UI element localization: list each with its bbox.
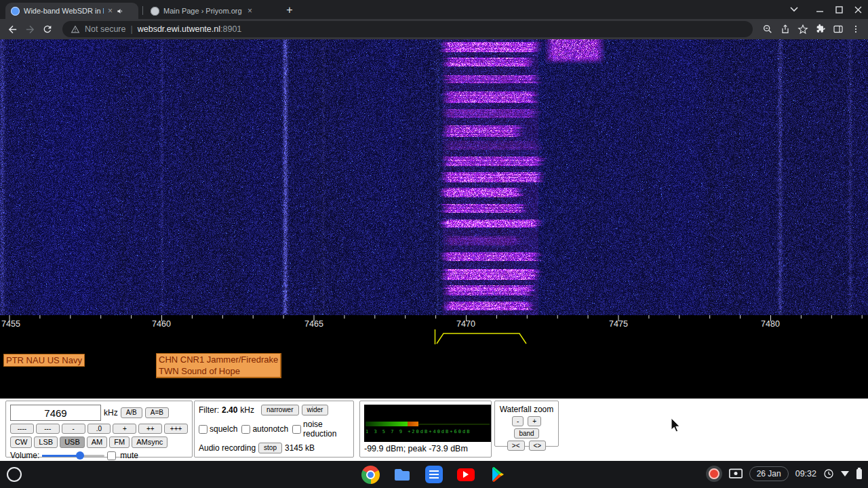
shelf-app-icons xyxy=(361,465,507,484)
tab-strip: Wide-band WebSDR in Ensch × Main Page › … xyxy=(0,0,868,19)
waterfall-display[interactable] xyxy=(0,39,868,315)
a-equals-b-button[interactable]: A=B xyxy=(145,407,169,418)
mute-checkbox[interactable] xyxy=(107,451,116,460)
wider-button[interactable]: wider xyxy=(302,405,329,415)
station-label-text: CHN CNR1 Jammer/Firedrake xyxy=(159,354,278,365)
step-up-2-button[interactable]: ++ xyxy=(138,424,162,434)
chromeos-shelf: 26 Jan 09:32 xyxy=(0,461,868,488)
noise-reduction-checkbox[interactable] xyxy=(292,425,301,434)
smeter-baseline xyxy=(418,424,490,425)
date-badge[interactable]: 26 Jan xyxy=(749,466,789,481)
ab-button[interactable]: A/B xyxy=(121,407,142,418)
squelch-label: squelch xyxy=(210,424,237,434)
extensions-puzzle-icon[interactable] xyxy=(812,21,829,37)
smeter-peak-bar xyxy=(408,422,418,426)
frequency-ticks xyxy=(0,315,868,323)
waterfall-zoom-title: Waterfall zoom xyxy=(500,405,554,414)
tab-divider xyxy=(142,6,143,15)
tab-audio-speaker-icon[interactable] xyxy=(117,7,124,15)
frequency-input[interactable] xyxy=(10,405,101,421)
filter-unit-label: kHz xyxy=(240,405,254,415)
mode-amsync-button[interactable]: AMsync xyxy=(132,436,167,448)
tab-close-icon[interactable]: × xyxy=(248,6,252,16)
websdr-favicon-globe-icon xyxy=(11,7,20,16)
smeter-reading-text: -99.9 dBm; peak -73.9 dBm xyxy=(364,444,487,453)
step-down-3-button[interactable]: ---- xyxy=(10,424,34,434)
freq-tick-label: 7480 xyxy=(755,319,785,329)
squelch-checkbox[interactable] xyxy=(199,425,208,434)
browser-menu-dots-icon[interactable] xyxy=(848,21,864,37)
zoom-icon[interactable] xyxy=(760,21,776,37)
volume-slider[interactable] xyxy=(42,451,104,460)
back-button[interactable] xyxy=(4,21,20,37)
youtube-app-icon[interactable] xyxy=(456,465,475,484)
window-close-button[interactable] xyxy=(852,4,864,15)
priyom-favicon-globe-icon xyxy=(151,7,159,16)
smeter-group: 1 3 5 7 9 +20dB+40dB+60dB -99.9 dBm; pea… xyxy=(359,401,492,458)
tab-close-icon[interactable]: × xyxy=(108,6,113,16)
files-app-icon[interactable] xyxy=(393,465,412,484)
url-host: websdr.ewi.utwente.nl xyxy=(138,24,220,34)
tab-title: Main Page › Priyom.org xyxy=(163,7,243,15)
station-label-ptr-nau[interactable]: PTR NAU US Navy xyxy=(3,354,85,367)
mode-am-button[interactable]: AM xyxy=(87,436,108,448)
tab-title: Wide-band WebSDR in Ensch xyxy=(24,7,104,15)
zoom-out-button[interactable]: <> xyxy=(529,441,547,451)
station-label-text: TWN Sound of Hope xyxy=(159,365,278,377)
frequency-scale-area[interactable]: 7455 7460 7465 7470 7475 7480 PTR NAU US… xyxy=(0,315,868,399)
mode-usb-button[interactable]: USB xyxy=(60,436,85,448)
tab-priyom[interactable]: Main Page › Priyom.org × xyxy=(145,3,275,19)
share-icon[interactable] xyxy=(777,21,793,37)
zoom-minus-button[interactable]: - xyxy=(512,416,524,426)
step-zero-button[interactable]: .0 xyxy=(87,424,111,434)
mode-cw-button[interactable]: CW xyxy=(10,436,32,448)
new-tab-button[interactable]: + xyxy=(282,3,297,18)
tuning-group: kHz A/B A=B ---- --- - .0 + ++ +++ CW LS… xyxy=(5,401,193,458)
tabstrip-chevron-down-icon[interactable] xyxy=(788,4,800,15)
noise-reduction-label: noise reduction xyxy=(303,420,349,439)
mute-label: mute xyxy=(120,451,138,460)
step-down-1-button[interactable]: - xyxy=(62,424,85,434)
chrome-app-icon[interactable] xyxy=(361,465,380,484)
mode-fm-button[interactable]: FM xyxy=(109,436,130,448)
freq-tick-label: 7460 xyxy=(146,319,176,329)
window-minimize-button[interactable] xyxy=(814,4,826,15)
tab-websdr[interactable]: Wide-band WebSDR in Ensch × xyxy=(5,3,138,19)
bookmark-star-icon[interactable] xyxy=(795,21,811,37)
window-maximize-button[interactable] xyxy=(833,4,845,15)
clock-time[interactable]: 09:32 xyxy=(795,469,816,479)
clock-icon xyxy=(823,468,834,479)
mode-lsb-button[interactable]: LSB xyxy=(34,436,58,448)
freq-tick-label: 7470 xyxy=(451,319,481,329)
reload-button[interactable] xyxy=(39,21,56,37)
narrower-button[interactable]: narrower xyxy=(261,405,298,415)
screencast-icon[interactable] xyxy=(729,468,743,479)
url-text[interactable]: websdr.ewi.utwente.nl:8901 xyxy=(138,24,242,34)
volume-label: Volume: xyxy=(10,451,39,460)
step-up-3-button[interactable]: +++ xyxy=(164,424,188,434)
volume-slider-thumb[interactable] xyxy=(76,451,84,460)
not-secure-label[interactable]: Not secure xyxy=(85,24,125,34)
blue-list-app-icon[interactable] xyxy=(425,465,443,484)
address-bar[interactable]: Not secure | websdr.ewi.utwente.nl:8901 xyxy=(62,21,753,37)
forward-button[interactable] xyxy=(22,21,38,37)
receiver-controls: kHz A/B A=B ---- --- - .0 + ++ +++ CW LS… xyxy=(0,399,868,461)
filter-group: Filter: 2.40 kHz narrower wider squelch … xyxy=(194,401,354,458)
passband-indicator[interactable] xyxy=(0,329,868,346)
screen-record-stop-button[interactable] xyxy=(706,466,722,482)
zoom-plus-button[interactable]: + xyxy=(528,416,541,426)
status-tray[interactable]: 26 Jan 09:32 xyxy=(706,466,863,482)
stop-recording-button[interactable]: stop xyxy=(258,443,282,453)
autonotch-checkbox[interactable] xyxy=(241,425,250,434)
play-store-app-icon[interactable] xyxy=(488,465,507,484)
signal-icon xyxy=(841,471,849,476)
zoom-band-button[interactable]: band xyxy=(514,428,538,439)
frequency-unit-label: kHz xyxy=(104,408,118,418)
side-panel-icon[interactable] xyxy=(830,21,846,37)
step-down-2-button[interactable]: --- xyxy=(36,424,60,434)
station-label-firedrake[interactable]: CHN CNR1 Jammer/Firedrake TWN Sound of H… xyxy=(156,353,281,378)
not-secure-warning-icon xyxy=(71,25,80,34)
launcher-button[interactable] xyxy=(7,467,22,482)
zoom-in-button[interactable]: >< xyxy=(507,441,525,451)
step-up-1-button[interactable]: + xyxy=(113,424,136,434)
